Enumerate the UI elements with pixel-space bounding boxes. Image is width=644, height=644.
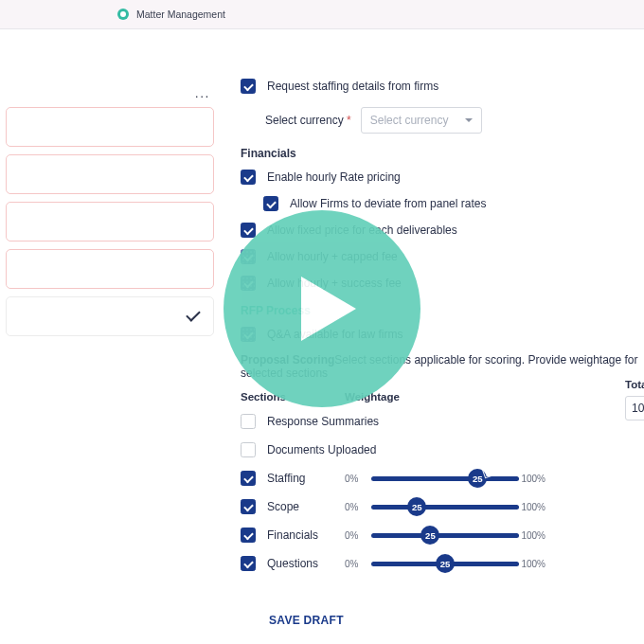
currency-label: Select currency * (265, 114, 351, 127)
cursor-icon (482, 465, 495, 479)
cb-fixed-price[interactable] (241, 223, 256, 238)
slider-financials: 0% 25 100% (345, 530, 546, 541)
left-column: ··· (0, 79, 224, 344)
card-1[interactable] (6, 107, 214, 147)
financials-heading: Financials (241, 147, 644, 160)
request-staffing-checkbox[interactable] (241, 79, 256, 94)
total-input[interactable]: 100 (625, 396, 644, 420)
save-draft-button[interactable]: SAVE DRAFT (269, 614, 344, 627)
cb-questions[interactable] (241, 556, 256, 571)
more-icon[interactable]: ··· (6, 88, 214, 107)
score-financials: Financials 0% 25 100% (241, 524, 644, 546)
slider-staffing-thumb[interactable]: 25 (468, 469, 487, 488)
slider-scope-thumb[interactable]: 25 (407, 497, 426, 516)
slider-staffing-track[interactable]: 25 (371, 476, 519, 481)
cb-response-summaries[interactable] (241, 414, 256, 429)
slider-questions: 0% 25 100% (345, 559, 546, 569)
slider-questions-track[interactable]: 25 (371, 562, 519, 566)
score-scope: Scope 0% 25 100% (241, 495, 644, 518)
slider-scope-track[interactable]: 25 (371, 505, 519, 510)
currency-select[interactable]: Select currency (361, 107, 482, 134)
card-4[interactable] (6, 249, 214, 289)
tab-matter-management[interactable]: Matter Management (104, 0, 239, 28)
cb-scope[interactable] (241, 499, 256, 514)
card-2[interactable] (6, 154, 214, 194)
opt-deviate-panel: Allow Firms to deviate from panel rates (263, 196, 644, 211)
slider-scope: 0% 25 100% (345, 502, 546, 512)
cb-hourly-rate[interactable] (241, 170, 256, 185)
play-icon (301, 277, 356, 341)
cb-staffing[interactable] (241, 471, 256, 486)
score-staffing: Staffing 0% 25 100% (241, 467, 644, 490)
cb-financials[interactable] (241, 528, 256, 543)
play-overlay-button[interactable] (224, 210, 420, 407)
header-blank (0, 28, 644, 79)
currency-row: Select currency * Select currency (265, 107, 644, 134)
cb-documents-uploaded[interactable] (241, 442, 256, 457)
slider-financials-track[interactable]: 25 (371, 533, 519, 538)
tab-label: Matter Management (136, 9, 225, 20)
score-documents-uploaded: Documents Uploaded (241, 438, 644, 461)
slider-staffing: 0% 25 100% (345, 474, 546, 484)
chevron-down-icon (465, 118, 473, 122)
opt-hourly-rate: Enable hourly Rate pricing (241, 170, 644, 185)
tab-strip: Matter Management (0, 0, 644, 28)
check-icon (186, 307, 201, 322)
slider-questions-thumb[interactable]: 25 (436, 554, 455, 573)
cb-deviate-panel[interactable] (263, 196, 278, 211)
request-staffing-label: Request staffing details from firms (267, 80, 438, 93)
request-staffing-row: Request staffing details from firms (241, 79, 644, 94)
total-box: Total 100 (625, 379, 644, 420)
score-questions: Questions 0% 25 100% (241, 552, 644, 575)
currency-placeholder: Select currency (370, 114, 449, 127)
score-response-summaries: Response Summaries (241, 410, 644, 433)
card-3[interactable] (6, 202, 214, 242)
tab-app-icon (117, 9, 129, 20)
card-complete[interactable] (6, 296, 214, 336)
slider-financials-thumb[interactable]: 25 (420, 526, 439, 545)
total-label: Total (625, 379, 644, 390)
